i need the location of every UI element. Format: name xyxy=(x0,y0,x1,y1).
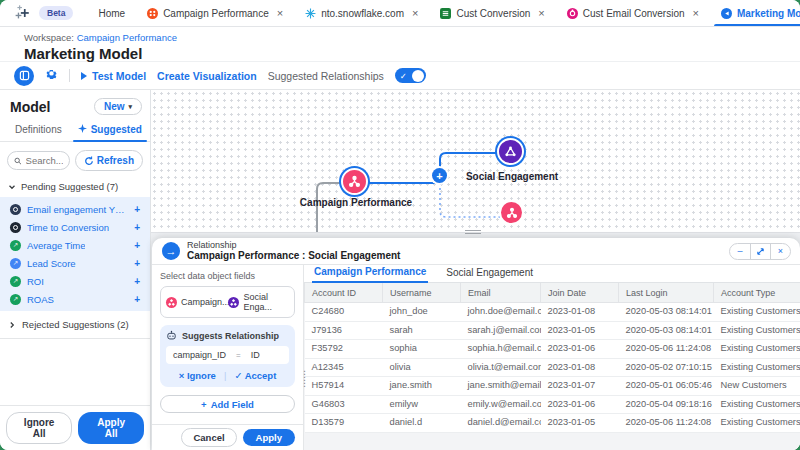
model-panel-toggle-button[interactable] xyxy=(14,66,34,86)
add-suggestion-button[interactable]: + xyxy=(134,240,140,251)
new-button[interactable]: New▾ xyxy=(94,98,142,115)
table-header-row: Account IDUsernameEmailJoin DateLast Log… xyxy=(305,283,800,303)
add-field-button[interactable]: +Add Field xyxy=(160,395,295,413)
table-row: J79136sarahsarah.j@email.com2023-01-0520… xyxy=(305,321,800,340)
suggestion-item-roas[interactable]: ↗ROAS+ xyxy=(0,290,150,308)
tab-campaign-performance[interactable]: Campaign Performance× xyxy=(136,0,294,26)
refresh-button[interactable]: Refresh xyxy=(75,150,143,171)
sidebar-tab-definitions[interactable]: Definitions xyxy=(8,120,69,141)
tab-cust-conversion[interactable]: Cust Conversion× xyxy=(429,0,555,26)
node-social-engagement[interactable] xyxy=(497,138,524,165)
node-label: Campaign Performance xyxy=(300,197,412,208)
divider: | xyxy=(224,370,226,381)
panel-resize-handle[interactable] xyxy=(465,230,481,234)
table-cell: 2023-01-08 xyxy=(541,303,619,322)
tab-close-icon[interactable]: × xyxy=(693,7,699,19)
expand-button[interactable] xyxy=(750,244,770,259)
search-input-wrap[interactable] xyxy=(7,151,70,170)
rejected-suggestions-header[interactable]: Rejected Suggestions (2) xyxy=(0,311,150,339)
table-row: C24680john_doejohn.doe@email.com2023-01-… xyxy=(305,303,800,322)
table-cell: F35792 xyxy=(305,340,383,359)
arrow-icon: ↗ xyxy=(10,276,21,287)
app-window: Beta HomeCampaign Performance×nto.snowfl… xyxy=(0,0,800,450)
minimize-button[interactable]: – xyxy=(730,244,750,259)
test-model-button[interactable]: Test Model xyxy=(81,70,146,82)
target-icon xyxy=(10,204,21,215)
apply-all-button[interactable]: Apply All xyxy=(78,412,144,444)
suggestion-item-lead-score[interactable]: ↗Lead Score+ xyxy=(0,254,150,272)
table-cell: olivia.t@email.com xyxy=(461,358,541,377)
sparkle-icon xyxy=(78,124,87,135)
data-preview-tabs: Campaign PerformanceSocial Engagement xyxy=(304,265,800,283)
page-header: Workspace: Campaign Performance Marketin… xyxy=(0,27,800,62)
ignore-suggestion-button[interactable]: × Ignore xyxy=(179,370,216,381)
tab-close-icon[interactable]: × xyxy=(277,7,283,19)
tab-cust-email-conversion[interactable]: Cust Email Conversion× xyxy=(556,0,710,26)
sidebar-tab-suggested[interactable]: Suggested xyxy=(71,120,149,141)
sheet-green-icon xyxy=(440,8,451,19)
add-suggestion-button[interactable]: + xyxy=(134,258,140,269)
table-cell: john_doe xyxy=(383,303,461,322)
tab-marketing-model[interactable]: Marketing Model× xyxy=(710,0,800,26)
target-icon xyxy=(10,222,21,233)
settings-gear-icon[interactable] xyxy=(45,67,58,85)
table-cell: jane.smith@email.com xyxy=(461,377,541,396)
add-suggestion-button[interactable]: + xyxy=(134,204,140,215)
workspace-link[interactable]: Campaign Performance xyxy=(77,32,177,43)
table-cell: daniel.d@email.com xyxy=(461,414,541,433)
data-tab-campaign-performance[interactable]: Campaign Performance xyxy=(312,266,428,283)
add-suggestion-button[interactable]: + xyxy=(134,276,140,287)
table-row: G46803emilywemily.w@email.com2023-01-062… xyxy=(305,395,800,414)
ignore-all-button[interactable]: Ignore All xyxy=(6,412,72,444)
model-canvas[interactable]: Campaign Performance Social Engagement + xyxy=(151,90,800,233)
table-cell: 2020-05-06 11:24:08 xyxy=(619,414,714,433)
tab-close-icon[interactable]: × xyxy=(538,7,544,19)
data-object-icon xyxy=(228,297,239,308)
check-icon: ✓ xyxy=(400,71,407,81)
sidebar-title: Model xyxy=(10,99,50,115)
model-blue-icon xyxy=(721,8,732,19)
tab-nto-snowflake-com[interactable]: nto.snowflake.com× xyxy=(294,0,429,26)
add-suggestion-button[interactable]: + xyxy=(134,294,140,305)
tab-home[interactable]: Home xyxy=(87,0,136,26)
select-fields-label: Select data object fields xyxy=(160,271,295,281)
create-visualization-button[interactable]: Create Visualization xyxy=(157,70,257,82)
arrow-icon: ↗ xyxy=(10,258,21,269)
column-header-account-type: Account Type xyxy=(714,283,800,303)
toggle-knob xyxy=(412,70,424,82)
search-input[interactable] xyxy=(26,155,63,166)
table-cell: 2020-05-03 08:14:01 xyxy=(619,303,714,322)
suggestion-label: Time to Conversion xyxy=(27,222,109,233)
table-cell: sophia.h@email.com xyxy=(461,340,541,359)
apply-button[interactable]: Apply xyxy=(243,429,295,446)
column-header-email: Email xyxy=(461,283,541,303)
suggested-field-mapping[interactable]: campaign_ID = ID xyxy=(166,346,289,364)
suggestion-item-roi[interactable]: ↗ROI+ xyxy=(0,272,150,290)
node-pending[interactable] xyxy=(499,200,524,225)
suggestion-item-time-to-conversion[interactable]: Time to Conversion+ xyxy=(0,218,150,236)
relationship-form: Select data object fields Campaign...Soc… xyxy=(152,265,304,450)
suggestion-item-email-engagement-yoy[interactable]: Email engagement YOY+ xyxy=(0,200,150,218)
data-tab-social-engagement[interactable]: Social Engagement xyxy=(444,267,535,282)
suggestion-item-average-time[interactable]: ↗Average Time+ xyxy=(0,236,150,254)
field-chip-social-enga[interactable]: Social Enga... xyxy=(228,292,289,312)
close-button[interactable]: × xyxy=(770,244,790,259)
cancel-button[interactable]: Cancel xyxy=(181,428,236,447)
equals-operator: = xyxy=(236,351,241,360)
accept-suggestion-button[interactable]: ✓ Accept xyxy=(234,370,276,381)
search-icon xyxy=(14,156,22,166)
node-campaign-performance[interactable] xyxy=(341,168,368,195)
field-chip-campaign[interactable]: Campaign... xyxy=(166,297,220,308)
join-node[interactable]: + xyxy=(432,168,447,183)
pending-suggested-header[interactable]: Pending Suggested (7) xyxy=(0,178,150,197)
left-field: campaign_ID xyxy=(173,350,226,360)
relationship-arrow-icon: → xyxy=(162,242,180,260)
model-sidebar: Model New▾ DefinitionsSuggested Refresh … xyxy=(0,90,151,450)
add-suggestion-button[interactable]: + xyxy=(134,222,140,233)
data-object-chips: Campaign...Social Enga... xyxy=(160,286,295,318)
suggested-relationships-toggle[interactable]: ✓ xyxy=(395,68,426,83)
column-resize-handle[interactable]: ⋮⋮ xyxy=(300,370,309,388)
tab-close-icon[interactable]: × xyxy=(412,7,418,19)
data-table-wrap[interactable]: Account IDUsernameEmailJoin DateLast Log… xyxy=(304,283,800,450)
divider xyxy=(69,69,70,82)
